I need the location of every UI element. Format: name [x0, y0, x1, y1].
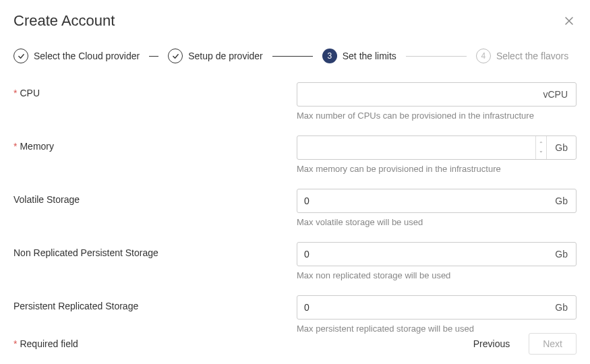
volatile-input[interactable]: [297, 189, 547, 212]
volatile-input-group: Gb: [297, 189, 577, 213]
field-label: Volatile Storage: [13, 189, 297, 205]
cpu-input[interactable]: [297, 83, 535, 106]
previous-button[interactable]: Previous: [473, 338, 510, 349]
memory-input[interactable]: [297, 136, 535, 159]
unit-label: vCPU: [535, 83, 576, 106]
memory-input-group: ⌃ ⌄ Gb: [297, 135, 577, 160]
field-row-memory: *Memory ⌃ ⌄ Gb Max memory can be provisi…: [13, 135, 577, 174]
cpu-input-group: vCPU: [297, 82, 577, 107]
step-number-icon: 4: [476, 49, 491, 63]
nonreplicated-input-group: Gb: [297, 242, 577, 266]
required-marker: *: [13, 338, 17, 349]
unit-label: Gb: [547, 136, 576, 159]
label-text: Volatile Storage: [13, 194, 80, 205]
field-hint: Max volatile storage will be used: [297, 217, 577, 227]
field-hint: Max number of CPUs can be provisioned in…: [297, 111, 577, 121]
step-2[interactable]: Setup de provider: [168, 49, 263, 63]
step-label: Select the flavors: [496, 51, 568, 61]
step-label: Set the limits: [343, 51, 396, 61]
chevron-down-icon[interactable]: ⌄: [539, 148, 543, 154]
field-row-volatile: Volatile Storage Gb Max volatile storage…: [13, 189, 577, 227]
replicated-input-group: Gb: [297, 295, 577, 320]
chevron-up-icon[interactable]: ⌃: [539, 141, 543, 148]
required-marker: *: [13, 141, 17, 152]
required-note: *Required field: [13, 338, 78, 349]
step-4: 4 Select the flavors: [476, 49, 568, 63]
dialog-header: Create Account: [13, 12, 577, 30]
step-label: Setup de provider: [188, 51, 263, 61]
next-button[interactable]: Next: [529, 333, 577, 355]
field-label: Persistent Replicated Storage: [13, 295, 297, 311]
field-hint: Max memory can be provisioned in the inf…: [297, 164, 577, 174]
check-icon: [13, 49, 28, 63]
label-text: Persistent Replicated Storage: [13, 301, 138, 311]
dialog-footer: *Required field Previous Next: [13, 333, 577, 355]
step-connector: [406, 56, 467, 57]
field-label: *Memory: [13, 135, 297, 152]
field-row-replicated: Persistent Replicated Storage Gb Max per…: [13, 295, 577, 334]
unit-label: Gb: [547, 296, 576, 319]
field-label: Non Replicated Persistent Storage: [13, 242, 297, 258]
unit-label: Gb: [547, 189, 576, 212]
required-note-text: Required field: [20, 338, 78, 349]
step-number-icon: 3: [322, 49, 337, 63]
step-1[interactable]: Select the Cloud provider: [13, 49, 140, 63]
close-button[interactable]: [562, 13, 577, 28]
field-label: *CPU: [13, 82, 297, 98]
close-icon: [564, 16, 574, 26]
nonreplicated-input[interactable]: [297, 243, 547, 266]
label-text: Non Replicated Persistent Storage: [13, 247, 158, 258]
replicated-input[interactable]: [297, 296, 547, 319]
field-row-cpu: *CPU vCPU Max number of CPUs can be prov…: [13, 82, 577, 121]
required-marker: *: [13, 88, 17, 98]
step-label: Select the Cloud provider: [34, 51, 140, 61]
dialog-title: Create Account: [13, 12, 115, 30]
label-text: CPU: [20, 88, 40, 98]
label-text: Memory: [20, 141, 54, 152]
memory-stepper[interactable]: ⌃ ⌄: [535, 136, 547, 159]
step-connector: [272, 56, 313, 57]
field-row-nonreplicated: Non Replicated Persistent Storage Gb Max…: [13, 242, 577, 280]
check-icon: [168, 49, 183, 63]
field-hint: Max non replicated storage will be used: [297, 270, 577, 280]
field-hint: Max persistent replicated storage will b…: [297, 324, 577, 334]
step-3: 3 Set the limits: [322, 49, 396, 63]
unit-label: Gb: [547, 243, 576, 266]
wizard-stepper: Select the Cloud provider Setup de provi…: [13, 49, 577, 63]
step-connector: [149, 56, 158, 57]
